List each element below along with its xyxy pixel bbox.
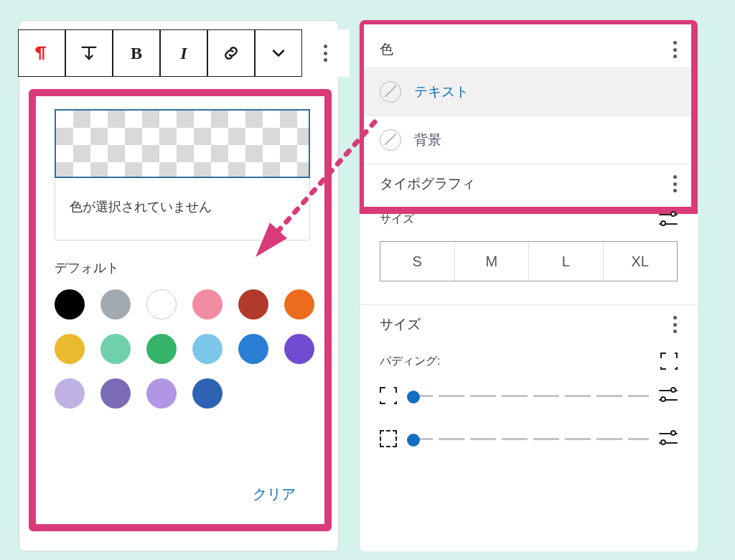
padding-label: パディング: bbox=[380, 354, 440, 369]
padding-slider-1 bbox=[360, 380, 698, 404]
unlink-sides-icon[interactable] bbox=[660, 353, 678, 370]
toolbar-italic-button[interactable]: I bbox=[160, 29, 207, 77]
kebab-icon bbox=[324, 45, 328, 62]
color-chip-4[interactable] bbox=[238, 289, 268, 319]
padding-row: パディング: bbox=[360, 342, 698, 380]
font-size-label: サイズ bbox=[380, 212, 414, 227]
padding-slider[interactable] bbox=[407, 430, 649, 447]
toolbar-kebab-button[interactable] bbox=[302, 29, 350, 77]
none-color-icon bbox=[380, 81, 401, 103]
toolbar-transform-button[interactable] bbox=[65, 29, 113, 77]
color-chip-12[interactable] bbox=[55, 378, 85, 409]
toolbar-paragraph-button[interactable] bbox=[18, 29, 65, 77]
no-color-message: 色が選択されていません bbox=[55, 178, 310, 241]
color-chip-15[interactable] bbox=[192, 378, 223, 409]
bold-glyph: B bbox=[131, 44, 142, 63]
color-chip-1[interactable] bbox=[100, 289, 131, 319]
size-l[interactable]: L bbox=[529, 242, 604, 281]
color-chip-13[interactable] bbox=[100, 378, 131, 409]
none-color-icon bbox=[380, 129, 401, 151]
color-preview-transparent[interactable] bbox=[55, 109, 310, 178]
padding-slider[interactable] bbox=[407, 387, 649, 404]
default-palette bbox=[55, 289, 327, 409]
padding-slider-2 bbox=[360, 423, 698, 447]
block-toolbar: B I bbox=[18, 29, 350, 77]
color-chip-10[interactable] bbox=[238, 334, 268, 364]
color-chip-14[interactable] bbox=[146, 378, 177, 409]
color-chip-11[interactable] bbox=[284, 334, 314, 364]
toolbar-more-dropdown[interactable] bbox=[255, 29, 302, 77]
dimensions-title: サイズ bbox=[380, 315, 421, 334]
color-chip-8[interactable] bbox=[146, 334, 177, 364]
toolbar-link-button[interactable] bbox=[207, 29, 255, 77]
clear-color-button[interactable]: クリア bbox=[253, 485, 296, 504]
color-chip-7[interactable] bbox=[100, 334, 131, 364]
sliders-icon[interactable] bbox=[659, 213, 678, 226]
side-box-dashed-icon[interactable] bbox=[380, 430, 397, 447]
sliders-icon[interactable] bbox=[659, 389, 678, 402]
side-box-icon[interactable] bbox=[380, 387, 397, 404]
color-chip-0[interactable] bbox=[55, 289, 85, 319]
size-s[interactable]: S bbox=[380, 242, 455, 281]
palette-label: デフォルト bbox=[55, 259, 306, 276]
color-chip-2[interactable] bbox=[146, 289, 177, 319]
color-picker-panel: 色が選択されていません デフォルト クリア bbox=[29, 89, 332, 531]
color-chip-3[interactable] bbox=[192, 289, 223, 319]
italic-glyph: I bbox=[180, 44, 187, 63]
size-xl[interactable]: XL bbox=[604, 242, 678, 281]
font-size-presets: S M L XL bbox=[380, 241, 678, 281]
dimensions-kebab[interactable] bbox=[673, 316, 678, 333]
size-m[interactable]: M bbox=[455, 242, 530, 281]
color-chip-9[interactable] bbox=[192, 334, 223, 364]
dimensions-section-header: サイズ bbox=[360, 305, 698, 342]
sliders-icon[interactable] bbox=[659, 432, 678, 445]
toolbar-bold-button[interactable]: B bbox=[113, 29, 160, 77]
color-chip-6[interactable] bbox=[55, 334, 85, 364]
inspector-sidebar: 色 テキスト 背景 タイポグラフィ サイズ S M L X bbox=[359, 20, 698, 551]
annotation-highlight-box bbox=[359, 20, 698, 214]
color-chip-5[interactable] bbox=[284, 289, 314, 319]
